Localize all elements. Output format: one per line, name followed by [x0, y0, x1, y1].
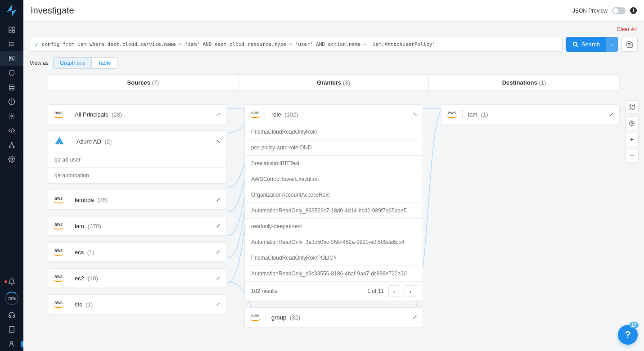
save-button[interactable] [621, 37, 638, 52]
source-card[interactable]: aws All Principals (28) ⤢ [48, 104, 226, 124]
search-dropdown-button[interactable]: ⌄ [606, 37, 618, 52]
granter-card[interactable]: aws group (32) ⤢ [244, 307, 423, 327]
tab-table[interactable]: Table [91, 58, 117, 68]
nav-dashboard[interactable]: › [0, 22, 23, 37]
nav-settings[interactable]: › [0, 152, 23, 166]
nav-notifications[interactable] [0, 274, 23, 289]
aws-icon: aws [54, 274, 63, 282]
expand-icon[interactable]: ⤢ [216, 301, 221, 307]
azure-ad-icon [54, 135, 65, 147]
nav-code[interactable]: › [0, 123, 23, 138]
nav-profile[interactable]: › [0, 337, 23, 351]
list-item[interactable]: readonly-deepak-test [245, 218, 423, 234]
nav-book[interactable] [0, 322, 23, 337]
json-preview-label: JSON Preview [572, 8, 608, 14]
expand-icon[interactable]: ⤢ [413, 314, 417, 320]
list-item[interactable]: PrismaCloudReadOnlyRole [245, 124, 423, 140]
svg-point-27 [11, 158, 13, 160]
nav-support[interactable]: › [0, 308, 23, 322]
nav-investigate[interactable] [0, 51, 23, 66]
nav-network[interactable]: › [0, 138, 23, 152]
svg-point-35 [630, 121, 635, 126]
list-item[interactable]: AWSControlTowerExecution [245, 171, 423, 187]
list-item[interactable]: OrganizationAccountAccessRole [245, 187, 423, 202]
expand-icon[interactable]: ⤢ [609, 111, 614, 117]
query-text: config from iam where dest.cloud.service… [42, 41, 435, 47]
svg-rect-1 [12, 27, 14, 29]
list-item[interactable]: AutomationReadOnly_3a3c505c-3f9c-452a-99… [245, 234, 423, 250]
aws-icon: aws [54, 196, 63, 203]
nav-alert[interactable]: › [0, 94, 23, 109]
aws-icon: aws [250, 111, 260, 118]
column-header-sources: Sources (7) [48, 75, 239, 90]
help-button[interactable]: ? 17 [618, 325, 638, 345]
svg-line-24 [9, 144, 12, 147]
source-card[interactable]: Azure AD (2) ⤡ qa-ad-user qa-automation [48, 130, 226, 184]
notification-dot-icon [5, 280, 7, 283]
results-count: 102 results [251, 288, 278, 294]
list-item[interactable]: qa-ad-user [48, 152, 226, 167]
nav-shield[interactable]: › [0, 66, 23, 80]
source-card[interactable]: aws ec2 (10) ⤢ [48, 268, 226, 288]
expand-icon[interactable]: ⤢ [216, 249, 221, 255]
nav-stack[interactable]: › [0, 80, 23, 94]
svg-point-7 [9, 42, 9, 42]
list-item[interactable]: pcs-policy-auto-role-DND [245, 140, 423, 155]
info-icon[interactable]: i [630, 7, 637, 14]
page-indicator: 1 of 11 [367, 288, 384, 294]
map-view-button[interactable] [625, 100, 639, 114]
tab-graph[interactable]: GraphBeta [54, 58, 91, 68]
svg-rect-14 [9, 87, 14, 88]
center-button[interactable] [625, 117, 639, 130]
sidebar: › › › › › › › › › 78% › › [0, 0, 23, 351]
svg-line-12 [12, 59, 13, 60]
svg-point-23 [13, 146, 14, 148]
zoom-out-button[interactable]: − [625, 149, 639, 162]
aws-icon: aws [250, 314, 260, 321]
expand-icon[interactable]: ⤢ [216, 197, 221, 203]
column-header-granters: Granters (3) [239, 75, 429, 90]
svg-point-11 [10, 57, 12, 59]
expand-icon[interactable]: ⤢ [216, 275, 221, 281]
svg-rect-10 [9, 56, 14, 61]
zoom-in-button[interactable]: + [625, 133, 639, 146]
destinations-column: aws iam (1) ⤢ [441, 104, 620, 130]
list-item[interactable]: SreelakshmiRITTest [245, 155, 423, 171]
prev-page-button[interactable]: ‹ [388, 285, 400, 297]
list-item[interactable]: AutomationReadOnly_d9c33556-8186-4baf-9a… [245, 266, 423, 281]
collapse-icon[interactable]: ⤡ [216, 138, 221, 144]
granter-card[interactable]: aws role (102) ⤡ PrismaCloudReadOnlyRole… [244, 104, 423, 301]
expand-icon[interactable]: ⤢ [216, 111, 221, 117]
destination-card[interactable]: aws iam (1) ⤢ [441, 104, 620, 124]
json-preview-toggle[interactable] [612, 7, 626, 14]
search-button-label: Search [581, 41, 600, 48]
list-item[interactable]: qa-automation [48, 167, 226, 183]
list-item[interactable]: AutomationReadOnly_863522c7-18d0-4d14-bc… [245, 202, 423, 218]
aws-icon: aws [54, 111, 63, 118]
graph-controls: + − [625, 100, 639, 162]
svg-point-22 [9, 146, 10, 148]
source-card[interactable]: aws ecs (1) ⤢ [48, 242, 226, 262]
svg-line-25 [12, 144, 14, 147]
svg-rect-15 [9, 89, 14, 90]
source-card[interactable]: aws sts (1) ⤢ [48, 294, 226, 314]
topbar: Investigate JSON Preview i [23, 0, 644, 22]
help-badge: 17 [629, 322, 639, 328]
nav-gear[interactable]: › [0, 109, 23, 123]
query-valid-icon: ✓ [35, 41, 38, 48]
source-card[interactable]: aws iam (370) ⤢ [48, 216, 226, 236]
view-as-label: View as [30, 60, 49, 66]
svg-rect-13 [9, 85, 14, 86]
clear-all-link[interactable]: Clear All [617, 26, 637, 32]
expand-icon[interactable]: ⤢ [216, 223, 221, 229]
source-card[interactable]: aws lambda (26) ⤢ [48, 190, 226, 210]
search-button[interactable]: Search [566, 37, 606, 52]
sources-column: aws All Principals (28) ⤢ Azure AD (2) [48, 104, 226, 320]
query-input[interactable]: ✓ config from iam where dest.cloud.servi… [30, 37, 563, 52]
nav-list[interactable]: › [0, 37, 23, 51]
next-page-button[interactable]: › [405, 285, 416, 297]
svg-marker-31 [629, 105, 635, 110]
list-item[interactable]: PrismaCloudReadOnlyRolePOLICY [245, 250, 423, 266]
collapse-icon[interactable]: ⤡ [413, 111, 417, 117]
page-title: Investigate [31, 5, 74, 16]
